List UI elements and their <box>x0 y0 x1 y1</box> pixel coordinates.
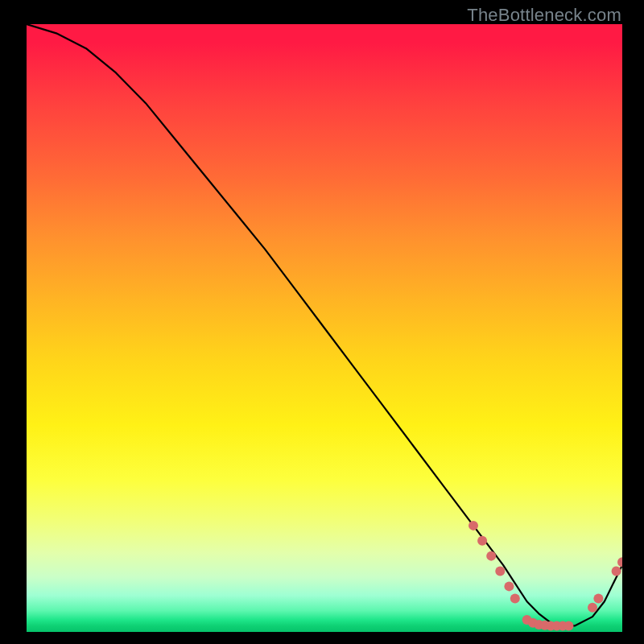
curve-marker <box>564 621 573 630</box>
curve-marker <box>486 551 496 561</box>
chart-svg <box>27 24 622 632</box>
curve-marker <box>510 593 520 603</box>
curve-marker <box>588 603 597 613</box>
curve-marker <box>617 557 622 567</box>
plot-area <box>27 24 622 632</box>
curve-marker <box>469 521 478 530</box>
curve-marker <box>495 567 505 576</box>
curve-marker <box>504 581 514 591</box>
bottleneck-curve <box>27 24 622 625</box>
chart-stage: TheBottleneck.com <box>0 0 644 644</box>
watermark-text: TheBottleneck.com <box>467 5 621 26</box>
curve-marker <box>477 536 487 546</box>
curve-marker <box>612 567 621 576</box>
curve-marker <box>593 593 603 603</box>
curve-markers <box>469 521 622 631</box>
